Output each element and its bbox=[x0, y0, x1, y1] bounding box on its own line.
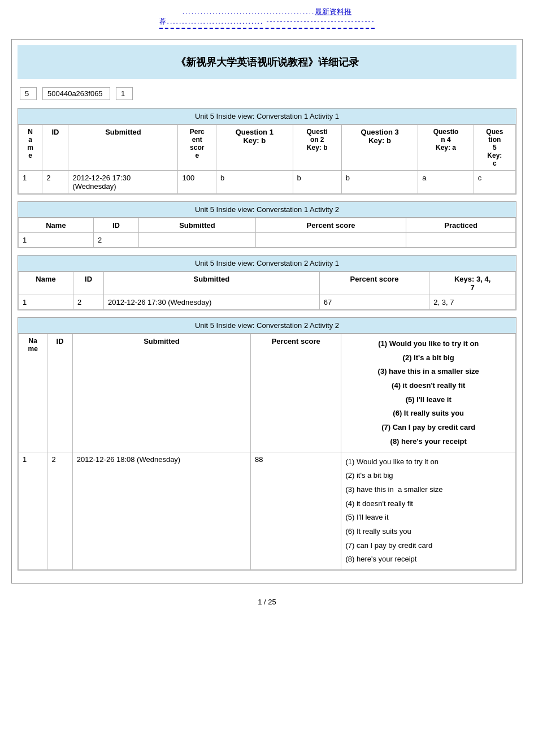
table-activity1: Name ID Submitted Percentscore Question … bbox=[18, 124, 516, 194]
col-practiced: Practiced bbox=[406, 218, 516, 233]
pagination: 1 / 25 bbox=[0, 589, 534, 615]
cell-keys: 2, 3, 7 bbox=[429, 295, 516, 310]
num-value: 1 bbox=[116, 87, 133, 100]
cell-submitted: 2012-12-26 18:08 (Wednesday) bbox=[72, 452, 250, 570]
top-link[interactable]: 最新资料推 bbox=[315, 7, 351, 16]
table-row: Name ID Submitted Percent score Keys: 3,… bbox=[19, 272, 516, 295]
col-submitted: Submitted bbox=[103, 272, 319, 295]
cell-submitted bbox=[138, 233, 255, 248]
dotted-line: ........................................… bbox=[0, 7, 534, 17]
section4-header: Unit 5 Inside view: Converstation 2 Acti… bbox=[18, 318, 516, 334]
page-total: 25 bbox=[268, 598, 276, 606]
col-q1: Question 1Key: b bbox=[216, 125, 293, 171]
table-row: Name ID Submitted Percent score Practice… bbox=[19, 218, 516, 233]
cell-percent: 100 bbox=[178, 171, 216, 194]
col-percent: Percentscore bbox=[178, 125, 216, 171]
cell-percent: 67 bbox=[319, 295, 429, 310]
cell-q2: b bbox=[293, 171, 341, 194]
cell-submitted: 2012-12-26 17:30 (Wednesday) bbox=[103, 295, 319, 310]
cell-name: 1 bbox=[19, 171, 42, 194]
table-row: 1 2 2012-12-26 18:08 (Wednesday) 88 (1) … bbox=[19, 452, 516, 570]
cell-submitted: 2012-12-26 17:30(Wednesday) bbox=[68, 171, 178, 194]
section-activity1: Unit 5 Inside view: Converstation 1 Acti… bbox=[18, 108, 516, 195]
table-row: Name ID Submitted Percent score (1) Woul… bbox=[19, 334, 516, 452]
cell-answers: (1) Would you like to try it on (2) it's… bbox=[341, 452, 516, 570]
col-q4: Question 4Key: a bbox=[418, 125, 474, 171]
cell-percent: 88 bbox=[250, 452, 341, 570]
col-q3: Question 3Key: b bbox=[341, 125, 418, 171]
cell-percent bbox=[255, 233, 406, 248]
cell-q1: b bbox=[216, 171, 293, 194]
main-container: 《新视界大学英语视听说教程》详细记录 5 500440a263f065 1 Un… bbox=[11, 39, 523, 584]
col-keys: Keys: 3, 4,7 bbox=[429, 272, 516, 295]
cell-id: 2 bbox=[42, 171, 68, 194]
id-row: 5 500440a263f065 1 bbox=[18, 85, 516, 102]
col-q2: Question 2Key: b bbox=[293, 125, 341, 171]
cell-q3: b bbox=[341, 171, 418, 194]
col-percent: Percent score bbox=[250, 334, 341, 452]
section2-header: Unit 5 Inside view: Converstation 1 Acti… bbox=[18, 202, 516, 218]
cell-name: 1 bbox=[19, 295, 73, 310]
table-row: 1 2 2012-12-26 17:30 (Wednesday) 67 2, 3… bbox=[19, 295, 516, 310]
page-current: 1 bbox=[258, 598, 262, 606]
table-row: 1 2 2012-12-26 17:30(Wednesday) 100 b b … bbox=[19, 171, 516, 194]
table-activity3: Name ID Submitted Percent score Keys: 3,… bbox=[18, 271, 516, 310]
cell-id: 2 bbox=[73, 295, 104, 310]
col-submitted: Submitted bbox=[68, 125, 178, 171]
section3-header: Unit 5 Inside view: Converstation 2 Acti… bbox=[18, 256, 516, 271]
section-activity3: Unit 5 Inside view: Converstation 2 Acti… bbox=[18, 255, 516, 310]
col-percent: Percent score bbox=[319, 272, 429, 295]
section1-header: Unit 5 Inside view: Converstation 1 Acti… bbox=[18, 109, 516, 124]
table-row: 1 2 bbox=[19, 233, 516, 248]
col-id: ID bbox=[93, 218, 138, 233]
cell-id: 2 bbox=[47, 452, 72, 570]
col-name: Name bbox=[19, 272, 73, 295]
cell-name: 1 bbox=[19, 452, 47, 570]
section-activity2: Unit 5 Inside view: Converstation 1 Acti… bbox=[18, 201, 516, 248]
col-id: ID bbox=[42, 125, 68, 171]
hash-value: 500440a263f065 bbox=[42, 87, 110, 100]
col-submitted: Submitted bbox=[138, 218, 255, 233]
id-value: 5 bbox=[20, 87, 37, 100]
col-submitted: Submitted bbox=[72, 334, 250, 452]
col-id: ID bbox=[73, 272, 104, 295]
col-answers-header: (1) Would you like to try it on (2) it's… bbox=[341, 334, 516, 452]
table-row: Name ID Submitted Percentscore Question … bbox=[19, 125, 516, 171]
col-name: Name bbox=[19, 218, 94, 233]
section-activity4: Unit 5 Inside view: Converstation 2 Acti… bbox=[18, 317, 516, 571]
cell-practiced bbox=[406, 233, 516, 248]
cell-q4: a bbox=[418, 171, 474, 194]
page-title: 《新视界大学英语视听说教程》详细记录 bbox=[18, 45, 516, 79]
col-id: ID bbox=[47, 334, 72, 452]
cell-id: 2 bbox=[93, 233, 138, 248]
cell-q5: c bbox=[474, 171, 515, 194]
col-name: Name bbox=[19, 125, 42, 171]
table-activity4: Name ID Submitted Percent score (1) Woul… bbox=[18, 334, 516, 570]
col-name: Name bbox=[19, 334, 47, 452]
col-percent: Percent score bbox=[255, 218, 406, 233]
cell-name: 1 bbox=[19, 233, 94, 248]
dashed-line: 荐................................ ------… bbox=[159, 17, 375, 29]
top-banner: ........................................… bbox=[0, 0, 534, 33]
table-activity2: Name ID Submitted Percent score Practice… bbox=[18, 218, 516, 248]
col-q5: Question5Key:c bbox=[474, 125, 515, 171]
